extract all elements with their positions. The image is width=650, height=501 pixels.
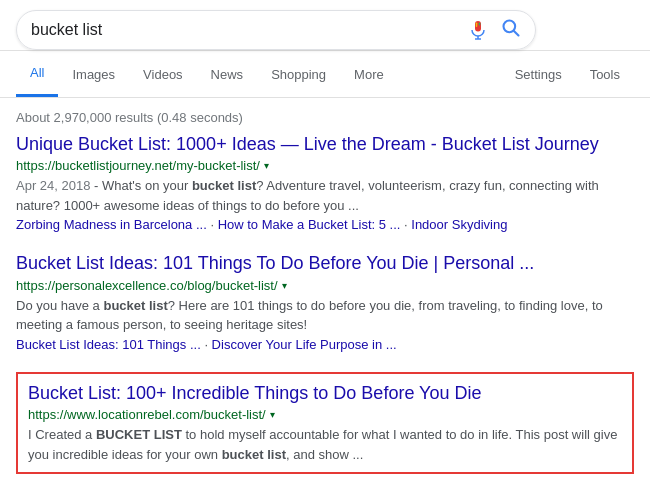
dropdown-arrow-icon[interactable]: ▾ bbox=[264, 160, 269, 171]
nav-tabs: All Images Videos News Shopping More Set… bbox=[0, 51, 650, 98]
result-item: Unique Bucket List: 1000+ Ideas — Live t… bbox=[16, 133, 616, 232]
mic-icon[interactable] bbox=[469, 19, 487, 41]
search-box bbox=[16, 10, 536, 50]
breadcrumb-link[interactable]: How to Make a Bucket List: 5 ... bbox=[218, 217, 401, 232]
result-title[interactable]: Unique Bucket List: 1000+ Ideas — Live t… bbox=[16, 133, 616, 156]
tab-more[interactable]: More bbox=[340, 51, 398, 97]
tab-all[interactable]: All bbox=[16, 51, 58, 97]
svg-rect-2 bbox=[479, 23, 481, 26]
result-snippet: Apr 24, 2018 - What's on your bucket lis… bbox=[16, 176, 616, 215]
result-url-line: https://www.locationrebel.com/bucket-lis… bbox=[28, 407, 622, 422]
result-url-line: https://bucketlistjourney.net/my-bucket-… bbox=[16, 158, 616, 173]
tab-shopping[interactable]: Shopping bbox=[257, 51, 340, 97]
dropdown-arrow-icon[interactable]: ▾ bbox=[270, 409, 275, 420]
tab-tools[interactable]: Tools bbox=[576, 51, 634, 97]
tab-settings[interactable]: Settings bbox=[501, 51, 576, 97]
result-date: Apr 24, 2018 bbox=[16, 178, 90, 193]
breadcrumb-link[interactable]: Bucket List Ideas: 101 Things ... bbox=[16, 337, 201, 352]
nav-tabs-right: Settings Tools bbox=[501, 51, 634, 97]
result-item-highlighted: Bucket List: 100+ Incredible Things to D… bbox=[16, 372, 634, 474]
tab-videos[interactable]: Videos bbox=[129, 51, 197, 97]
svg-rect-1 bbox=[476, 23, 478, 28]
result-url: https://bucketlistjourney.net/my-bucket-… bbox=[16, 158, 260, 173]
result-url: https://personalexcellence.co/blog/bucke… bbox=[16, 278, 278, 293]
result-breadcrumbs: Bucket List Ideas: 101 Things ... · Disc… bbox=[16, 337, 616, 352]
result-snippet: I Created a BUCKET LIST to hold myself a… bbox=[28, 425, 622, 464]
breadcrumb-link[interactable]: Zorbing Madness in Barcelona ... bbox=[16, 217, 207, 232]
result-snippet: Do you have a bucket list? Here are 101 … bbox=[16, 296, 616, 335]
result-title[interactable]: Bucket List: 100+ Incredible Things to D… bbox=[28, 382, 622, 405]
breadcrumb-link[interactable]: Discover Your Life Purpose in ... bbox=[212, 337, 397, 352]
dropdown-arrow-icon[interactable]: ▾ bbox=[282, 280, 287, 291]
svg-line-6 bbox=[514, 30, 519, 35]
result-item: Bucket List Ideas: 101 Things To Do Befo… bbox=[16, 252, 616, 351]
results-count: About 2,970,000 results (0.48 seconds) bbox=[0, 98, 650, 133]
tab-images[interactable]: Images bbox=[58, 51, 129, 97]
nav-tabs-left: All Images Videos News Shopping More bbox=[16, 51, 501, 97]
search-icons bbox=[469, 18, 521, 43]
result-title[interactable]: Bucket List Ideas: 101 Things To Do Befo… bbox=[16, 252, 616, 275]
tab-news[interactable]: News bbox=[197, 51, 258, 97]
results-area: Unique Bucket List: 1000+ Ideas — Live t… bbox=[0, 133, 650, 474]
search-icon[interactable] bbox=[501, 18, 521, 43]
breadcrumb-link[interactable]: Indoor Skydiving bbox=[411, 217, 507, 232]
search-bar-area bbox=[0, 0, 650, 51]
result-breadcrumbs: Zorbing Madness in Barcelona ... · How t… bbox=[16, 217, 616, 232]
result-url: https://www.locationrebel.com/bucket-lis… bbox=[28, 407, 266, 422]
search-input[interactable] bbox=[31, 21, 461, 39]
result-url-line: https://personalexcellence.co/blog/bucke… bbox=[16, 278, 616, 293]
